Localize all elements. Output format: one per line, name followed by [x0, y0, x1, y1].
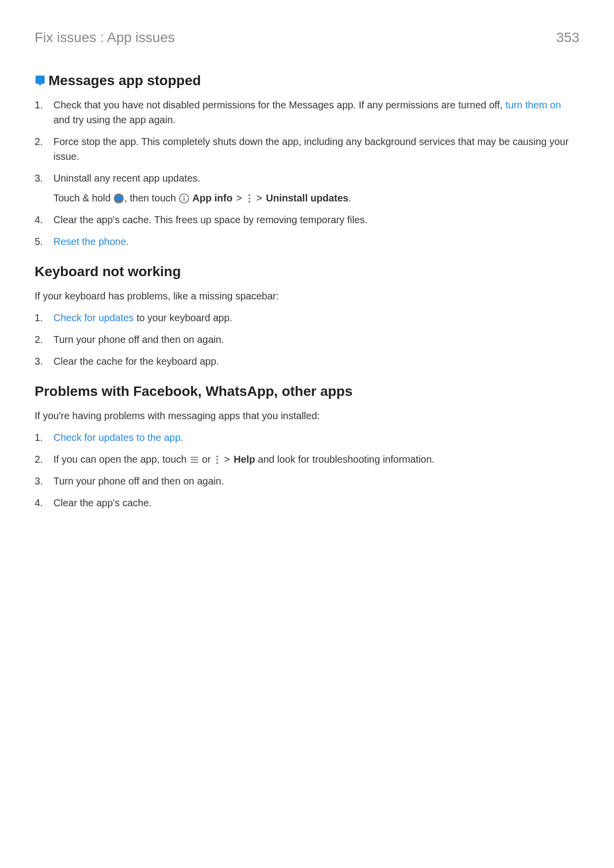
item-number: 2. [35, 134, 49, 149]
item-number: 1. [35, 97, 49, 112]
svg-point-6 [248, 200, 250, 202]
list-item: 4. Clear the app's cache. This frees up … [35, 212, 579, 227]
section-heading-text: Messages app stopped [48, 73, 201, 88]
list-item: 1. Check for updates to your keyboard ap… [35, 310, 579, 325]
uninstall-updates-instruction: Touch & hold , then touch App info > > U… [53, 191, 579, 205]
info-circle-icon [179, 193, 189, 204]
svg-point-11 [216, 459, 218, 461]
svg-rect-3 [184, 197, 185, 200]
page-header: Fix issues : App issues 353 [35, 30, 579, 46]
reset-the-phone-link[interactable]: Reset the phone. [53, 236, 129, 247]
item-number: 2. [35, 332, 49, 347]
section1-list: 1. Check that you have not disabled perm… [35, 97, 579, 249]
item-text: Clear the app's cache. This frees up spa… [53, 214, 368, 225]
list-item: 1. Check that you have not disabled perm… [35, 97, 579, 127]
item-number: 5. [35, 234, 49, 249]
item-number: 1. [35, 430, 49, 445]
section2-intro: If your keyboard has problems, like a mi… [35, 289, 579, 303]
item-text: to your keyboard app. [134, 312, 232, 323]
chevron-right-text: > [253, 193, 266, 203]
svg-rect-8 [190, 459, 198, 460]
more-vert-icon [246, 193, 253, 204]
svg-point-4 [248, 194, 250, 196]
chevron-right-text: > [233, 193, 246, 203]
help-label: Help [234, 454, 255, 465]
item-text: Clear the app's cache. [53, 497, 151, 508]
section-heading-messages-stopped: Messages app stopped [35, 73, 579, 89]
check-for-updates-link[interactable]: Check for updates [53, 312, 134, 323]
section3-list: 1. Check for updates to the app. 2. If y… [35, 430, 579, 510]
svg-point-5 [248, 197, 250, 199]
item-text: Touch & hold [53, 193, 113, 203]
svg-point-12 [216, 462, 218, 464]
app-info-label: App info [192, 193, 233, 203]
svg-point-2 [184, 196, 185, 197]
item-number: 2. [35, 452, 49, 467]
item-text: or [199, 454, 214, 465]
page: Fix issues : App issues 353 Messages app… [0, 0, 614, 868]
section-heading-keyboard: Keyboard not working [35, 264, 579, 280]
svg-rect-9 [190, 462, 198, 463]
list-item: 1. Check for updates to the app. [35, 430, 579, 445]
list-item: 4. Clear the app's cache. [35, 495, 579, 510]
item-text: Turn your phone off and then on again. [53, 334, 224, 345]
check-for-updates-app-link[interactable]: Check for updates to the app. [53, 432, 183, 443]
list-item: 2. If you can open the app, touch or > H… [35, 452, 579, 467]
item-text: and try using the app again. [53, 114, 176, 125]
item-number: 4. [35, 495, 49, 510]
hamburger-menu-icon [189, 455, 199, 465]
item-text: If you can open the app, touch [53, 454, 189, 465]
turn-them-on-link[interactable]: turn them on [505, 99, 561, 110]
chevron-right-text: > [221, 454, 234, 465]
list-item: 2. Force stop the app. This completely s… [35, 134, 579, 164]
messages-app-icon [113, 193, 124, 204]
item-number: 3. [35, 354, 49, 369]
messages-app-icon [35, 75, 46, 86]
list-item: 5. Reset the phone. [35, 234, 579, 249]
section3-intro: If you're having problems with messaging… [35, 408, 579, 423]
section2-list: 1. Check for updates to your keyboard ap… [35, 310, 579, 369]
breadcrumb: Fix issues : App issues [35, 30, 175, 46]
list-item: 3. Clear the cache for the keyboard app. [35, 354, 579, 369]
section-heading-other-apps: Problems with Facebook, WhatsApp, other … [35, 384, 579, 399]
page-number: 353 [556, 30, 579, 46]
item-number: 4. [35, 212, 49, 227]
item-text: Force stop the app. This completely shut… [53, 136, 568, 162]
list-item: 3. Turn your phone off and then on again… [35, 474, 579, 488]
item-number: 1. [35, 310, 49, 325]
item-text: , then touch [124, 193, 179, 203]
item-text: Check that you have not disabled permiss… [53, 99, 505, 110]
item-text: Turn your phone off and then on again. [53, 476, 224, 486]
uninstall-updates-label: Uninstall updates [266, 193, 349, 203]
item-text: . [348, 193, 351, 203]
item-text: Uninstall any recent app updates. [53, 173, 200, 184]
list-item: 2. Turn your phone off and then on again… [35, 332, 579, 347]
svg-rect-7 [190, 457, 198, 458]
svg-point-10 [216, 455, 218, 457]
item-text: Clear the cache for the keyboard app. [53, 356, 219, 367]
item-number: 3. [35, 171, 49, 186]
item-text: and look for troubleshooting information… [255, 454, 434, 465]
more-vert-icon [214, 454, 221, 465]
item-number: 3. [35, 474, 49, 488]
list-item: 3. Uninstall any recent app updates. Tou… [35, 171, 579, 205]
